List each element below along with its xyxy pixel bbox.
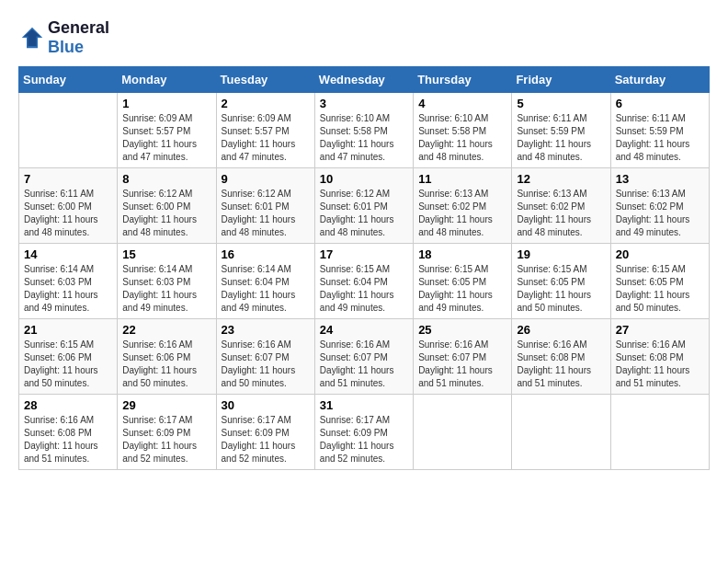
calendar-cell: 2Sunrise: 6:09 AM Sunset: 5:57 PM Daylig…	[216, 93, 314, 168]
day-number: 1	[122, 97, 210, 110]
logo-icon	[18, 24, 46, 52]
day-info: Sunrise: 6:12 AM Sunset: 6:00 PM Dayligh…	[122, 188, 210, 239]
day-info: Sunrise: 6:15 AM Sunset: 6:05 PM Dayligh…	[616, 263, 704, 315]
day-number: 31	[320, 398, 408, 412]
calendar-cell: 30Sunrise: 6:17 AM Sunset: 6:09 PM Dayli…	[216, 395, 314, 470]
day-number: 10	[320, 172, 408, 186]
calendar-cell: 29Sunrise: 6:17 AM Sunset: 6:09 PM Dayli…	[118, 395, 216, 470]
calendar-cell: 13Sunrise: 6:13 AM Sunset: 6:02 PM Dayli…	[610, 168, 709, 244]
calendar-header-row: SundayMondayTuesdayWednesdayThursdayFrid…	[19, 67, 710, 93]
day-info: Sunrise: 6:17 AM Sunset: 6:09 PM Dayligh…	[122, 414, 210, 465]
day-number: 8	[122, 172, 210, 186]
day-info: Sunrise: 6:14 AM Sunset: 6:03 PM Dayligh…	[122, 263, 210, 315]
calendar-cell: 19Sunrise: 6:15 AM Sunset: 6:05 PM Dayli…	[512, 244, 610, 319]
day-info: Sunrise: 6:10 AM Sunset: 5:58 PM Dayligh…	[320, 112, 408, 164]
calendar-cell: 28Sunrise: 6:16 AM Sunset: 6:08 PM Dayli…	[19, 395, 118, 470]
day-number: 17	[320, 247, 408, 261]
day-number: 29	[122, 398, 210, 412]
calendar-cell: 5Sunrise: 6:11 AM Sunset: 5:59 PM Daylig…	[512, 93, 610, 168]
calendar-cell	[19, 93, 118, 168]
day-info: Sunrise: 6:11 AM Sunset: 5:59 PM Dayligh…	[517, 112, 605, 164]
day-number: 2	[222, 97, 310, 110]
header-friday: Friday	[512, 67, 610, 93]
day-info: Sunrise: 6:16 AM Sunset: 6:08 PM Dayligh…	[24, 414, 112, 465]
header-saturday: Saturday	[610, 67, 709, 93]
calendar-cell: 4Sunrise: 6:10 AM Sunset: 5:58 PM Daylig…	[414, 93, 512, 168]
header-wednesday: Wednesday	[314, 67, 413, 93]
calendar-cell	[414, 395, 512, 470]
day-info: Sunrise: 6:16 AM Sunset: 6:07 PM Dayligh…	[222, 339, 310, 390]
day-number: 13	[616, 172, 704, 186]
day-info: Sunrise: 6:09 AM Sunset: 5:57 PM Dayligh…	[122, 112, 210, 164]
logo: General Blue	[18, 18, 109, 57]
calendar-cell: 6Sunrise: 6:11 AM Sunset: 5:59 PM Daylig…	[610, 93, 709, 168]
header-monday: Monday	[118, 67, 216, 93]
day-number: 18	[418, 247, 506, 261]
day-info: Sunrise: 6:16 AM Sunset: 6:08 PM Dayligh…	[616, 339, 704, 390]
calendar-cell: 12Sunrise: 6:13 AM Sunset: 6:02 PM Dayli…	[512, 168, 610, 244]
calendar-cell	[610, 395, 709, 470]
day-info: Sunrise: 6:10 AM Sunset: 5:58 PM Dayligh…	[418, 112, 506, 164]
calendar-cell: 27Sunrise: 6:16 AM Sunset: 6:08 PM Dayli…	[610, 319, 709, 395]
day-info: Sunrise: 6:16 AM Sunset: 6:07 PM Dayligh…	[320, 339, 408, 390]
day-number: 30	[222, 398, 310, 412]
calendar-cell: 1Sunrise: 6:09 AM Sunset: 5:57 PM Daylig…	[118, 93, 216, 168]
day-info: Sunrise: 6:11 AM Sunset: 5:59 PM Dayligh…	[616, 112, 704, 164]
day-number: 19	[517, 247, 605, 261]
day-number: 14	[24, 247, 112, 261]
calendar-week-1: 1Sunrise: 6:09 AM Sunset: 5:57 PM Daylig…	[19, 93, 710, 168]
page-header: General Blue	[18, 18, 710, 57]
day-info: Sunrise: 6:17 AM Sunset: 6:09 PM Dayligh…	[222, 414, 310, 465]
calendar-cell: 14Sunrise: 6:14 AM Sunset: 6:03 PM Dayli…	[19, 244, 118, 319]
calendar-cell	[512, 395, 610, 470]
logo-blue: Blue	[48, 38, 109, 57]
day-number: 9	[222, 172, 310, 186]
calendar-cell: 10Sunrise: 6:12 AM Sunset: 6:01 PM Dayli…	[314, 168, 413, 244]
calendar-cell: 9Sunrise: 6:12 AM Sunset: 6:01 PM Daylig…	[216, 168, 314, 244]
day-number: 26	[517, 323, 605, 337]
header-sunday: Sunday	[19, 67, 118, 93]
header-thursday: Thursday	[414, 67, 512, 93]
calendar-cell: 21Sunrise: 6:15 AM Sunset: 6:06 PM Dayli…	[19, 319, 118, 395]
day-number: 22	[122, 323, 210, 337]
day-info: Sunrise: 6:15 AM Sunset: 6:05 PM Dayligh…	[418, 263, 506, 315]
calendar-cell: 3Sunrise: 6:10 AM Sunset: 5:58 PM Daylig…	[314, 93, 413, 168]
day-info: Sunrise: 6:15 AM Sunset: 6:04 PM Dayligh…	[320, 263, 408, 315]
day-info: Sunrise: 6:14 AM Sunset: 6:04 PM Dayligh…	[222, 263, 310, 315]
calendar-cell: 31Sunrise: 6:17 AM Sunset: 6:09 PM Dayli…	[314, 395, 413, 470]
day-number: 5	[517, 97, 605, 110]
day-number: 6	[616, 97, 704, 110]
day-number: 24	[320, 323, 408, 337]
calendar-cell: 22Sunrise: 6:16 AM Sunset: 6:06 PM Dayli…	[118, 319, 216, 395]
day-info: Sunrise: 6:14 AM Sunset: 6:03 PM Dayligh…	[24, 263, 112, 315]
day-info: Sunrise: 6:16 AM Sunset: 6:06 PM Dayligh…	[122, 339, 210, 390]
day-number: 15	[122, 247, 210, 261]
calendar-cell: 15Sunrise: 6:14 AM Sunset: 6:03 PM Dayli…	[118, 244, 216, 319]
day-number: 27	[616, 323, 704, 337]
calendar-week-5: 28Sunrise: 6:16 AM Sunset: 6:08 PM Dayli…	[19, 395, 710, 470]
day-number: 25	[418, 323, 506, 337]
day-info: Sunrise: 6:13 AM Sunset: 6:02 PM Dayligh…	[616, 188, 704, 239]
calendar-cell: 26Sunrise: 6:16 AM Sunset: 6:08 PM Dayli…	[512, 319, 610, 395]
calendar-cell: 18Sunrise: 6:15 AM Sunset: 6:05 PM Dayli…	[414, 244, 512, 319]
header-tuesday: Tuesday	[216, 67, 314, 93]
day-info: Sunrise: 6:09 AM Sunset: 5:57 PM Dayligh…	[222, 112, 310, 164]
day-number: 21	[24, 323, 112, 337]
day-info: Sunrise: 6:11 AM Sunset: 6:00 PM Dayligh…	[24, 188, 112, 239]
calendar-table: SundayMondayTuesdayWednesdayThursdayFrid…	[18, 66, 710, 470]
day-number: 16	[222, 247, 310, 261]
day-number: 28	[24, 398, 112, 412]
calendar-week-3: 14Sunrise: 6:14 AM Sunset: 6:03 PM Dayli…	[19, 244, 710, 319]
day-number: 20	[616, 247, 704, 261]
calendar-week-2: 7Sunrise: 6:11 AM Sunset: 6:00 PM Daylig…	[19, 168, 710, 244]
calendar-cell: 17Sunrise: 6:15 AM Sunset: 6:04 PM Dayli…	[314, 244, 413, 319]
calendar-cell: 11Sunrise: 6:13 AM Sunset: 6:02 PM Dayli…	[414, 168, 512, 244]
day-info: Sunrise: 6:13 AM Sunset: 6:02 PM Dayligh…	[418, 188, 506, 239]
calendar-cell: 23Sunrise: 6:16 AM Sunset: 6:07 PM Dayli…	[216, 319, 314, 395]
day-info: Sunrise: 6:16 AM Sunset: 6:07 PM Dayligh…	[418, 339, 506, 390]
calendar-cell: 20Sunrise: 6:15 AM Sunset: 6:05 PM Dayli…	[610, 244, 709, 319]
day-number: 3	[320, 97, 408, 110]
day-number: 23	[222, 323, 310, 337]
day-number: 4	[418, 97, 506, 110]
day-info: Sunrise: 6:15 AM Sunset: 6:05 PM Dayligh…	[517, 263, 605, 315]
